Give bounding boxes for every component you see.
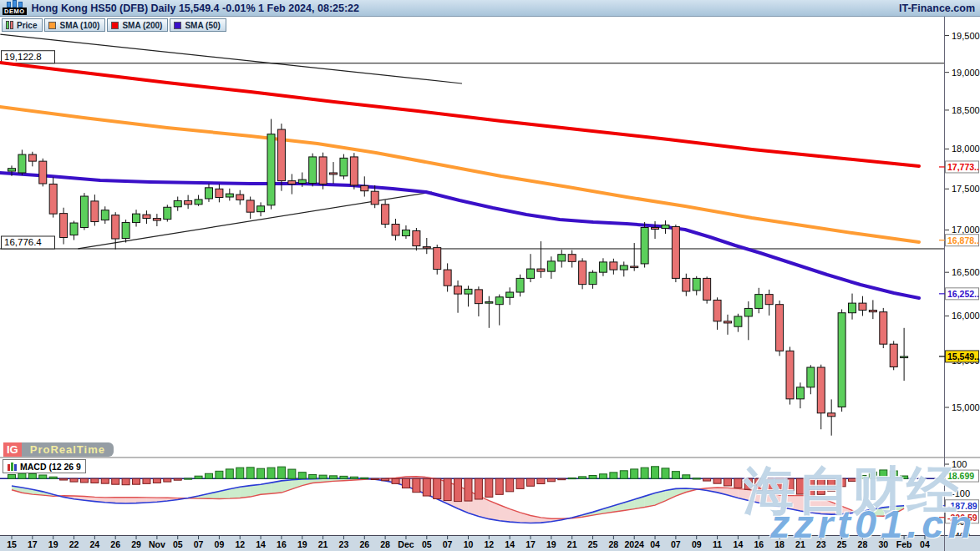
candlestick[interactable] [454,286,462,294]
date-tick-label: 23 [339,539,349,549]
candlestick[interactable] [423,247,430,249]
candlestick[interactable] [880,312,887,345]
candlestick[interactable] [683,278,690,291]
candlestick[interactable] [869,311,876,312]
candlestick[interactable] [547,261,555,271]
candlestick[interactable] [652,228,659,230]
candlestick[interactable] [413,230,420,245]
candlestick[interactable] [236,195,244,200]
candlestick[interactable] [796,387,804,399]
candlestick[interactable] [516,278,524,292]
candlestick[interactable] [257,206,265,212]
candlestick[interactable] [765,295,773,305]
candlestick[interactable] [226,194,233,197]
candlestick[interactable] [828,413,835,417]
candlestick[interactable] [319,157,327,185]
candlestick[interactable] [724,321,731,323]
candlestick[interactable] [70,223,78,235]
candlestick[interactable] [589,272,597,284]
candlestick[interactable] [195,200,202,205]
candlestick[interactable] [776,305,784,351]
candlestick[interactable] [849,303,856,313]
candlestick[interactable] [350,157,358,185]
candlestick[interactable] [112,215,119,239]
candlestick[interactable] [434,248,441,270]
candlestick[interactable] [807,367,815,387]
candlestick[interactable] [444,270,451,286]
candlestick[interactable] [382,205,389,225]
candlestick[interactable] [361,185,368,190]
macd-histogram-bar [413,478,420,492]
candlestick[interactable] [817,367,825,413]
candlestick[interactable] [309,157,317,184]
chart-canvas[interactable]: 19,50019,00018,50018,00017,50017,00016,5… [0,0,980,551]
candlestick[interactable] [205,188,212,199]
legend-chip-price[interactable]: Price [2,18,43,32]
candlestick[interactable] [662,225,669,229]
candlestick[interactable] [755,295,763,309]
candlestick[interactable] [579,261,586,285]
candlestick[interactable] [703,278,711,300]
candlestick[interactable] [568,255,576,262]
candlestick[interactable] [267,134,275,205]
candlestick[interactable] [330,173,338,174]
candlestick[interactable] [495,297,503,305]
candlestick[interactable] [838,313,845,407]
candlestick[interactable] [288,181,296,185]
candlestick[interactable] [392,225,399,235]
candlestick[interactable] [80,196,88,227]
candlestick[interactable] [631,266,638,268]
candlestick[interactable] [402,230,409,235]
candlestick[interactable] [185,200,192,204]
date-tick-label: Dec [398,539,414,549]
candlestick[interactable] [91,201,99,222]
candlestick[interactable] [18,154,26,173]
candlestick[interactable] [277,129,285,181]
candlestick[interactable] [506,292,514,297]
legend-chip-sma-200[interactable]: SMA (200) [107,18,168,32]
candlestick[interactable] [744,308,752,316]
candlestick[interactable] [599,262,607,272]
candlestick[interactable] [246,200,254,212]
candlestick[interactable] [60,214,68,238]
candlestick[interactable] [153,219,160,220]
candlestick[interactable] [340,158,348,175]
candlestick[interactable] [901,356,908,358]
candlestick[interactable] [713,300,721,321]
candlestick[interactable] [8,169,16,171]
candlestick[interactable] [122,223,129,239]
candlestick[interactable] [641,228,648,264]
candlestick[interactable] [28,154,36,161]
candlestick[interactable] [786,351,794,399]
candlestick[interactable] [537,269,545,271]
candlestick[interactable] [465,289,472,294]
candlestick[interactable] [859,303,866,310]
descending-trendline[interactable] [0,34,462,83]
candlestick[interactable] [672,227,679,279]
candlestick[interactable] [133,214,140,222]
candlestick[interactable] [174,200,181,206]
candlestick[interactable] [475,290,482,304]
candlestick[interactable] [610,262,617,270]
candlestick[interactable] [620,265,627,270]
candlestick[interactable] [485,302,493,304]
candlestick[interactable] [143,215,150,218]
legend-chip-sma-100[interactable]: SMA (100) [44,18,105,32]
macd-histogram-bar [662,468,669,478]
candlestick[interactable] [734,316,742,326]
candlestick[interactable] [164,207,171,219]
legend-chip-label: SMA (200) [122,21,162,30]
candlestick[interactable] [101,210,109,220]
candlestick[interactable] [298,179,306,183]
candlestick[interactable] [371,191,378,205]
candlestick[interactable] [558,255,566,261]
candlestick[interactable] [39,161,47,184]
candlestick[interactable] [527,269,535,278]
macd-histogram-bar [361,478,368,478]
legend-chip-sma-50[interactable]: SMA (50) [170,18,226,32]
candlestick[interactable] [890,344,897,366]
candlestick[interactable] [216,189,223,197]
macd-indicator-tag[interactable]: MACD (12 26 9 [3,459,86,473]
candlestick[interactable] [49,184,57,214]
candlestick[interactable] [693,278,700,291]
